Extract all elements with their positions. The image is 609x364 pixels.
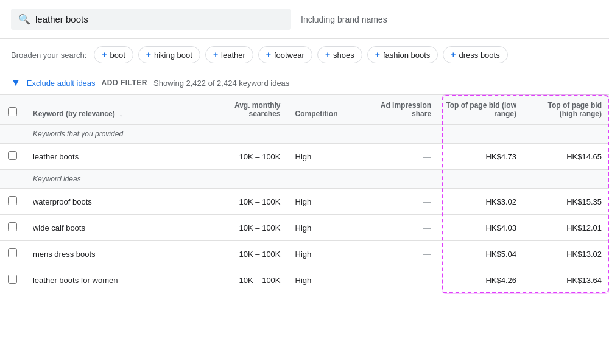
bid-low-header[interactable]: Top of page bid (low range) — [438, 95, 524, 125]
bid-high-cell: HK$15.35 — [524, 189, 609, 215]
row-checkbox[interactable] — [8, 275, 17, 284]
competition-header[interactable]: Competition — [288, 95, 354, 125]
table-row: leather boots for women 10K – 100K High … — [0, 267, 609, 293]
row-checkbox-cell[interactable] — [0, 189, 26, 215]
row-checkbox-cell[interactable] — [0, 241, 26, 267]
keyword-cell: mens dress boots — [26, 241, 196, 267]
table-row: mens dress boots 10K – 100K High — HK$5.… — [0, 241, 609, 267]
sort-icon: ↓ — [119, 110, 123, 117]
search-input[interactable] — [35, 14, 284, 24]
competition-cell: High — [288, 215, 354, 241]
plus-icon: + — [266, 50, 271, 60]
section2-label: Keyword ideas — [26, 170, 609, 189]
row-checkbox-cell[interactable] — [0, 215, 26, 241]
select-all-header[interactable] — [0, 95, 26, 125]
section1-label: Keywords that you provided — [26, 125, 609, 144]
bid-high-cell: HK$13.64 — [524, 267, 609, 293]
impression-header[interactable]: Ad impression share — [353, 95, 438, 125]
row-checkbox-cell[interactable] — [0, 144, 26, 170]
select-all-checkbox[interactable] — [8, 107, 17, 116]
row-checkbox[interactable] — [8, 248, 17, 257]
row-checkbox-cell[interactable] — [0, 267, 26, 293]
search-input-container[interactable]: 🔍 — [11, 9, 291, 30]
chip-hiking-boot[interactable]: + hiking boot — [138, 46, 200, 63]
competition-cell: High — [288, 189, 354, 215]
impression-cell: — — [353, 144, 438, 170]
chip-label: shoes — [333, 51, 354, 60]
keyword-cell: waterproof boots — [26, 189, 196, 215]
chip-boot[interactable]: + boot — [94, 46, 133, 63]
table-row: leather boots 10K – 100K High — HK$4.73 … — [0, 144, 609, 170]
searches-cell: 10K – 100K — [196, 267, 288, 293]
plus-icon: + — [451, 50, 456, 60]
bid-high-cell: HK$13.02 — [524, 241, 609, 267]
searches-cell: 10K – 100K — [196, 144, 288, 170]
chip-dress-boots[interactable]: + dress boots — [443, 46, 507, 63]
row-checkbox[interactable] — [8, 222, 17, 231]
broaden-section: Broaden your search: + boot + hiking boo… — [0, 39, 609, 71]
chip-fashion-boots[interactable]: + fashion boots — [367, 46, 438, 63]
chip-label: fashion boots — [383, 51, 430, 60]
chip-leather[interactable]: + leather — [205, 46, 253, 63]
showing-text: Showing 2,422 of 2,424 keyword ideas — [153, 79, 289, 88]
bid-high-header[interactable]: Top of page bid (high range) — [524, 95, 609, 125]
bid-low-cell: HK$4.26 — [438, 267, 524, 293]
brand-names-label: Including brand names — [301, 15, 387, 24]
plus-icon: + — [102, 50, 107, 60]
keyword-cell: leather boots — [26, 144, 196, 170]
bid-high-cell: HK$14.65 — [524, 144, 609, 170]
keyword-cell: leather boots for women — [26, 267, 196, 293]
chip-shoes[interactable]: + shoes — [317, 46, 362, 63]
impression-cell: — — [353, 241, 438, 267]
searches-cell: 10K – 100K — [196, 215, 288, 241]
searches-cell: 10K – 100K — [196, 189, 288, 215]
impression-cell: — — [353, 267, 438, 293]
bid-low-cell: HK$5.04 — [438, 241, 524, 267]
bid-low-cell: HK$3.02 — [438, 189, 524, 215]
bid-low-cell: HK$4.03 — [438, 215, 524, 241]
bid-high-cell: HK$12.01 — [524, 215, 609, 241]
table-container: Keyword (by relevance) ↓ Avg. monthly se… — [0, 95, 609, 293]
keyword-header[interactable]: Keyword (by relevance) ↓ — [26, 95, 196, 125]
plus-icon: + — [375, 50, 380, 60]
keywords-table: Keyword (by relevance) ↓ Avg. monthly se… — [0, 95, 609, 293]
chip-label: footwear — [274, 51, 304, 60]
plus-icon: + — [146, 50, 151, 60]
chip-footwear[interactable]: + footwear — [258, 46, 312, 63]
search-bar: 🔍 Including brand names — [0, 0, 609, 39]
row-checkbox[interactable] — [8, 196, 17, 205]
add-filter-button[interactable]: ADD FILTER — [102, 79, 147, 87]
table-row: waterproof boots 10K – 100K High — HK$3.… — [0, 189, 609, 215]
section2-header: Keyword ideas — [0, 170, 609, 189]
competition-cell: High — [288, 144, 354, 170]
search-icon: 🔍 — [18, 13, 30, 25]
filter-icon: ▼ — [11, 77, 21, 88]
plus-icon: + — [213, 50, 218, 60]
table-row: wide calf boots 10K – 100K High — HK$4.0… — [0, 215, 609, 241]
chip-label: boot — [110, 51, 125, 60]
searches-cell: 10K – 100K — [196, 241, 288, 267]
chip-label: leather — [221, 51, 245, 60]
competition-cell: High — [288, 267, 354, 293]
searches-header[interactable]: Avg. monthly searches — [196, 95, 288, 125]
chip-label: hiking boot — [154, 51, 192, 60]
row-checkbox[interactable] — [8, 151, 17, 160]
plus-icon: + — [325, 50, 330, 60]
filter-bar: ▼ Exclude adult ideas ADD FILTER Showing… — [0, 71, 609, 95]
bid-low-cell: HK$4.73 — [438, 144, 524, 170]
broaden-label: Broaden your search: — [11, 51, 86, 60]
keyword-cell: wide calf boots — [26, 215, 196, 241]
exclude-adult-button[interactable]: Exclude adult ideas — [27, 79, 96, 88]
chip-label: dress boots — [459, 51, 499, 60]
impression-cell: — — [353, 215, 438, 241]
impression-cell: — — [353, 189, 438, 215]
section1-header: Keywords that you provided — [0, 125, 609, 144]
competition-cell: High — [288, 241, 354, 267]
